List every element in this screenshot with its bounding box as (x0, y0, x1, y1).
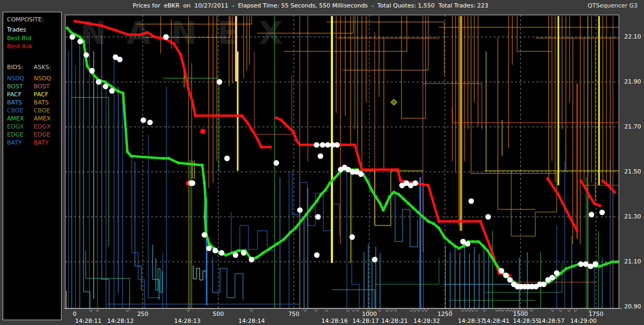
seq-label: 0 (73, 311, 77, 318)
quote-dot (584, 186, 587, 190)
trade-dot (163, 34, 169, 40)
quote-dot (416, 211, 420, 214)
quote-dot (604, 262, 608, 266)
trade-dot (503, 273, 509, 278)
quote-dot (366, 179, 369, 183)
quote-dot (224, 254, 228, 257)
time-label: 14:28:16 (319, 318, 351, 324)
quote-dot (601, 179, 604, 183)
time-label: 14:28:21 (378, 318, 411, 324)
trade-dot (206, 246, 211, 251)
quote-dot (353, 143, 357, 147)
quote-dot (172, 42, 176, 46)
quote-dot (286, 125, 290, 129)
event-chevron-icon (551, 309, 554, 312)
trade-dot (317, 153, 323, 158)
time-label: 14:28:41 (480, 318, 512, 324)
trade-dot (593, 261, 598, 267)
quote-dot (557, 193, 560, 196)
trade-dot (578, 261, 584, 267)
quote-dot (399, 179, 402, 183)
event-chevron-icon (250, 309, 253, 312)
event-chevron-icon (325, 309, 328, 312)
quote-dot (66, 26, 69, 29)
trade-dot (554, 270, 559, 276)
price-label: 22.10 (624, 33, 641, 40)
chart-area[interactable]: NANEX (0, 0, 644, 325)
quote-dot (566, 211, 569, 214)
quote-dot (127, 33, 130, 36)
quote-dot (110, 85, 113, 88)
quote-dot (240, 114, 244, 117)
quote-dot (360, 168, 363, 171)
trade-dot (314, 142, 319, 147)
sequence-chart[interactable]: NANEX (0, 0, 644, 325)
quote-dot (588, 195, 592, 198)
quote-dot (495, 262, 498, 266)
event-chevron-icon (89, 309, 93, 312)
trade-dot (147, 119, 153, 125)
quote-dot (458, 247, 461, 250)
quote-dot (255, 256, 259, 259)
quote-dot (427, 220, 430, 223)
quote-dot (154, 35, 157, 39)
trade-dot (249, 257, 254, 262)
quote-dot (315, 200, 319, 203)
quote-dot (73, 20, 77, 23)
quote-dot (320, 193, 323, 196)
quote-dot (407, 202, 410, 205)
quote-dot (593, 202, 596, 205)
quote-dot (374, 195, 377, 198)
quote-dot (370, 188, 373, 192)
trade-dot (350, 235, 355, 240)
trade-dot (372, 257, 377, 262)
quote-dot (611, 260, 614, 263)
event-chevron-icon (410, 309, 413, 312)
trade-dot (274, 160, 279, 165)
trade-dot (188, 180, 194, 186)
quote-dot (579, 179, 582, 183)
quote-dot (130, 155, 133, 158)
trade-dot (589, 212, 594, 217)
quote-dot (337, 172, 340, 176)
quote-dot (392, 191, 396, 194)
quote-dot (310, 206, 313, 209)
quote-dot (177, 161, 180, 164)
quote-dot (427, 184, 430, 187)
quote-dot (269, 146, 272, 149)
quote-dot (126, 150, 129, 153)
seq-label: 1750 (580, 311, 612, 318)
trade-dot (213, 248, 218, 253)
quote-dot (276, 243, 279, 246)
trade-dot (224, 156, 230, 161)
event-chevron-icon (559, 309, 562, 312)
quote-dot (482, 245, 485, 248)
quote-dot (462, 245, 465, 248)
quote-dot (305, 213, 308, 216)
quote-dot (299, 220, 302, 223)
quote-dot (282, 238, 285, 241)
time-label: 14:28:11 (72, 318, 104, 324)
trade-dot (109, 88, 115, 94)
quote-dot (162, 157, 165, 160)
trade-dot (233, 252, 238, 258)
quote-dot (328, 182, 331, 185)
quote-dot (486, 249, 489, 252)
time-label: 14:28:14 (236, 318, 268, 324)
quote-dot (280, 119, 283, 122)
quote-dot (255, 137, 259, 140)
quote-dot (204, 198, 207, 201)
seq-label: 1500 (504, 311, 536, 318)
quote-dot (292, 130, 295, 133)
quote-dot (183, 69, 186, 72)
event-chevron-icon (187, 309, 190, 312)
quote-dot (100, 24, 103, 27)
quote-dot (194, 114, 197, 117)
seq-label: 750 (278, 311, 310, 318)
quote-dot (260, 146, 263, 149)
event-chevron-icon (471, 309, 474, 312)
price-label: 21.30 (624, 213, 641, 220)
trade-dot (96, 79, 101, 85)
quote-dot (201, 164, 204, 167)
quote-dot (294, 226, 297, 230)
